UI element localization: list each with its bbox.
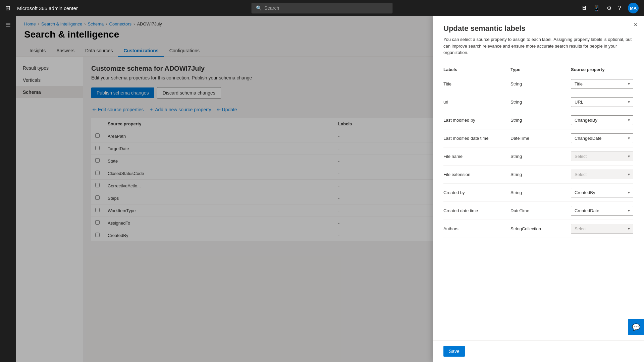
breadcrumb-connectors[interactable]: Connectors [109,21,131,26]
help-icon[interactable]: ? [618,5,621,11]
breadcrumb-home[interactable]: Home [24,21,36,26]
tab-customizations[interactable]: Customizations [118,45,164,57]
search-input[interactable] [264,5,388,11]
row-checkbox[interactable] [91,155,104,167]
row-checkbox-input[interactable] [95,220,100,225]
row-checkbox-input[interactable] [95,233,100,237]
chat-btn[interactable]: 💬 [628,319,644,335]
label-type-4: String [511,154,571,159]
row-checkbox-input[interactable] [95,171,100,175]
save-btn[interactable]: Save [443,346,465,357]
row-checkbox-input[interactable] [95,146,100,150]
label-name-5: File extension [443,172,511,177]
label-type-2: String [511,118,571,123]
source-property-select-3[interactable]: ChangedDate ChangedDate [571,133,633,143]
source-property-select-wrapper: CreatedDate CreatedDate ▼ [571,206,633,216]
row-checkbox[interactable] [91,217,104,229]
row-checkbox-input[interactable] [95,183,100,187]
label-type-3: DateTime [511,136,571,141]
update-btn[interactable]: ✏ Update [215,104,238,115]
row-checkbox[interactable] [91,142,104,155]
panel-divider [443,63,633,63]
row-property: State [104,155,334,167]
breadcrumb-sep-4: › [133,21,135,26]
source-property-select-6[interactable]: CreatedBy CreatedBy [571,188,633,197]
top-nav: ⊞ Microsoft 365 admin center 🔍 🖥 📱 ⚙ ? M… [0,0,644,16]
source-property-select-7[interactable]: CreatedDate CreatedDate [571,206,633,216]
panel-label-row: Created date time DateTime CreatedDate C… [443,202,633,220]
row-checkbox-input[interactable] [95,133,100,138]
edit-source-btn[interactable]: ✏ Edit source properties [91,104,145,115]
col-source-header: Source property [571,67,633,72]
col-source-property: Source property [104,118,334,130]
col-type-header: Type [511,67,571,72]
row-label: - [334,155,447,167]
app-title: Microsoft 365 admin center [17,5,78,11]
row-checkbox[interactable] [91,180,104,192]
add-icon: ＋ [149,107,154,113]
hamburger-icon[interactable]: ☰ [3,19,13,32]
panel-overlay: × Update semantic labels You can select … [433,57,644,362]
sidebar-item-verticals[interactable]: Verticals [16,74,83,86]
source-property-select-0[interactable]: Title Title [571,79,633,89]
row-checkbox[interactable] [91,130,104,142]
source-property-select-8[interactable]: Select [571,224,633,234]
breadcrumb-current: ADOWI7July [137,21,162,26]
discard-btn[interactable]: Discard schema changes [157,87,221,99]
avatar[interactable]: MA [628,3,639,13]
mobile-icon[interactable]: 📱 [593,5,600,11]
source-property-select-wrapper: Select ▼ [571,152,633,161]
source-property-select-5[interactable]: Select [571,170,633,179]
update-icon: ✏ [217,107,221,112]
row-checkbox-input[interactable] [95,208,100,212]
row-checkbox[interactable] [91,229,104,242]
sidebar-item-schema[interactable]: Schema [16,86,83,98]
source-property-select-4[interactable]: Select [571,152,633,161]
edit-icon: ✏ [93,107,97,112]
breadcrumb-schema[interactable]: Schema [88,21,104,26]
row-checkbox[interactable] [91,192,104,204]
label-name-4: File name [443,154,511,159]
tab-answers[interactable]: Answers [51,45,80,57]
row-checkbox-input[interactable] [95,158,100,163]
waffle-icon[interactable]: ⊞ [5,4,10,12]
row-label: - [334,192,447,204]
settings-icon[interactable]: ⚙ [607,5,611,11]
row-property: CreatedBy [104,229,334,242]
source-property-select-2[interactable]: ChangedBy ChangedBy [571,115,633,125]
publish-btn[interactable]: Publish schema changes [91,87,154,98]
row-property: AssignedTo [104,217,334,229]
source-property-select-wrapper: ChangedDate ChangedDate ▼ [571,133,633,143]
sidebar-item-result-types[interactable]: Result types [16,62,83,74]
row-property: Steps [104,192,334,204]
panel-body: Labels Type Source property Title String… [433,63,644,341]
row-label: - [334,217,447,229]
source-property-select-wrapper: ChangedBy ChangedBy ▼ [571,115,633,125]
source-property-select-wrapper: Select ▼ [571,170,633,179]
source-property-select-wrapper: URL URL ▼ [571,97,633,107]
feedback-icon[interactable]: 🖥 [581,5,587,11]
panel-label-row: Last modified date time DateTime Changed… [443,129,633,147]
tab-configurations[interactable]: Configurations [164,45,205,57]
row-property: CorrectiveActio... [104,180,334,192]
nav-icons: 🖥 📱 ⚙ ? MA [581,3,639,13]
content-row: Result types Verticals Schema Customize … [16,57,644,362]
source-property-select-1[interactable]: URL URL [571,97,633,107]
label-name-1: url [443,100,511,105]
tab-data-sources[interactable]: Data sources [80,45,118,57]
label-type-1: String [511,100,571,105]
label-name-3: Last modified date time [443,136,511,141]
col-label-header: Labels [443,67,511,72]
row-checkbox[interactable] [91,204,104,217]
add-source-btn[interactable]: ＋ Add a new source property [148,104,212,115]
breadcrumb-sep-3: › [106,21,107,26]
breadcrumb-sep-1: › [38,21,39,26]
col-checkbox [91,118,104,130]
row-checkbox[interactable] [91,167,104,180]
tab-insights[interactable]: Insights [24,45,51,57]
row-checkbox-input[interactable] [95,195,100,200]
secondary-sidebar: Result types Verticals Schema [16,57,83,362]
breadcrumb-search-intelligence[interactable]: Search & intelligence [41,21,82,26]
panel-label-row: Created by String CreatedBy CreatedBy ▼ [443,184,633,202]
panel-label-row: url String URL URL ▼ [443,93,633,111]
